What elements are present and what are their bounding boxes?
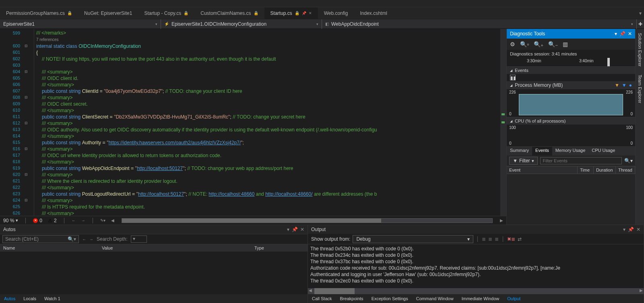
events-section[interactable]: Events [507,67,635,74]
pin-icon[interactable]: 📌 [619,31,625,37]
split-icon[interactable]: ✚ [637,19,644,29]
diagnostic-tools-panel: Diagnostic Tools▾📌✕ ⚙ 🔍▫ 🔍₊ 🔍₋ ▥ Diagnos… [506,29,635,225]
toggle-wrap-icon[interactable]: ⇄ [518,236,522,242]
chevron-down-icon: ▾ [631,22,633,26]
search-icon: 🔍▾ [68,236,76,242]
autos-panel: Autos▾📌✕ Search (Ctrl+E)🔍▾ ← → Search De… [0,225,308,303]
memory-chart[interactable]: 226 226 0 0 [507,89,635,117]
autos-body[interactable] [0,252,308,294]
lock-icon: 🔒 [254,11,258,15]
search-forward-icon[interactable]: → [89,237,93,242]
tab-permissiongroupnames[interactable]: PermissionGroupNames.cs🔒 [0,7,78,19]
horizontal-scrollbar[interactable] [122,218,493,223]
search-icon[interactable]: 🔍▾ [624,158,633,164]
tab-nuget[interactable]: NuGet: EpiserverSite1 [78,7,138,19]
output-source-label: Show output from: [311,236,350,242]
timeline-ruler[interactable]: 3:30min 3:40min [507,58,635,67]
scroll-left-icon[interactable]: ◀ [111,218,114,223]
zoom-out-icon[interactable]: 🔍₋ [548,41,558,47]
private-bytes-icon: ● [629,82,632,88]
tab-exception-settings[interactable]: Exception Settings [367,295,412,302]
bolt-icon: ⚡ [164,22,169,26]
output-title[interactable]: Output▾📌✕ [308,225,644,234]
output-source-select[interactable]: Debug▾ [353,235,473,243]
clear-icon[interactable]: ✖≣ [507,236,515,242]
autos-title[interactable]: Autos▾📌✕ [0,225,308,234]
breadcrumb-member[interactable]: ◧WebAppOidcEndpoint▾ [322,19,637,29]
columns-icon[interactable]: ▥ [563,41,568,47]
scroll-right-icon[interactable]: ▶ [500,218,503,223]
diagnostic-toolbar: ⚙ 🔍▫ 🔍₊ 🔍₋ ▥ [507,39,635,50]
tab-startup-copy[interactable]: Startup - Copy.cs🔒 [138,7,194,19]
window-menu-icon[interactable]: ▾ [623,227,625,232]
tab-locals[interactable]: Locals [19,295,40,302]
pen-icon[interactable]: ✎▾ [100,218,105,223]
nav-back-icon[interactable]: ← [72,218,76,223]
close-icon[interactable]: ✕ [636,227,640,232]
pause-icon: ▮▮ [510,75,516,80]
tab-breakpoints[interactable]: Breakpoints [336,295,367,302]
memory-section[interactable]: Process Memory (MB)▼▼● [507,81,635,89]
filter-events-input[interactable] [540,157,622,164]
snapshot-marker-icon: ▼ [622,82,627,88]
tab-summary[interactable]: Summary [507,147,532,156]
autos-columns: Name Value Type [0,244,308,252]
gear-icon[interactable]: ⚙ [510,41,515,47]
nav-forward-icon[interactable]: → [81,218,85,223]
gc-marker-icon: ▼ [615,82,619,88]
search-back-icon[interactable]: ← [82,237,86,242]
tab-immediate-window[interactable]: Immediate Window [458,295,504,302]
pin-icon[interactable]: 📌 [628,227,634,232]
close-icon[interactable]: ✕ [300,227,304,232]
search-depth-select[interactable]: ▾ [131,235,147,243]
line-numbers: 5996006016026036046056066076086096106116… [0,29,22,216]
window-menu-icon[interactable]: ▾ [615,31,617,37]
tab-webconfig[interactable]: Web.config [318,7,354,19]
tab-indexcshtml[interactable]: Index.cshtml [354,7,393,19]
output-scrollbar[interactable]: ◀▶ [308,288,644,294]
breadcrumb-class[interactable]: ⚡EpiserverSite1.OIDCInMemoryConfiguratio… [161,19,322,29]
fold-gutter[interactable]: ⊟⊟⊟⊟⊟⊟⊟ [22,29,30,216]
warning-count[interactable]: ⚠2 [48,218,57,223]
cpu-section[interactable]: CPU (% of all processors) [507,117,635,125]
tab-autos[interactable]: Autos [0,295,19,302]
filter-button[interactable]: ▼Filter ▾ [509,157,538,165]
tab-watch1[interactable]: Watch 1 [40,295,64,302]
code-minimap[interactable] [500,29,506,216]
search-depth-label: Search Depth: [97,236,128,242]
pin-icon[interactable]: 📌 [302,11,306,15]
zoom-level[interactable]: 90 % ▾ [3,218,18,223]
tab-cpu-usage[interactable]: CPU Usage [588,147,618,156]
toolbar-icon[interactable]: ≣ [488,236,492,242]
tab-command-window[interactable]: Command Window [412,295,458,302]
side-tab-well: Solution Explorer Team Explorer [635,29,644,225]
field-icon: ◧ [325,22,329,26]
toolbar-icon[interactable]: ≣ [495,236,499,242]
breadcrumb-project[interactable]: EpiserverSite1▾ [0,19,161,29]
code-body[interactable]: /// </remarks> 7 references internal sta… [34,29,506,216]
tab-output[interactable]: Output [503,295,524,302]
cpu-chart[interactable]: 100 100 0 0 [507,125,635,147]
toolbar-icon[interactable]: ≣ [482,236,486,242]
pin-icon[interactable]: 📌 [292,227,298,232]
code-editor[interactable]: 5996006016026036046056066076086096106116… [0,29,506,216]
team-explorer-tab[interactable]: Team Explorer [637,71,643,107]
zoom-in-icon[interactable]: 🔍₊ [534,41,543,47]
tab-callstack[interactable]: Call Stack [308,295,336,302]
chevron-down-icon: ▾ [155,22,157,26]
tab-memory-usage[interactable]: Memory Usage [552,147,589,156]
autos-search-input[interactable]: Search (Ctrl+E)🔍▾ [2,235,79,243]
tab-customclaimnames[interactable]: CustomClaimNames.cs🔒 [194,7,264,19]
error-count[interactable]: ✕0 [33,218,42,223]
solution-explorer-tab[interactable]: Solution Explorer [637,29,643,71]
window-menu-icon[interactable]: ▾ [287,227,289,232]
zoom-reset-icon[interactable]: 🔍▫ [520,41,529,47]
diagnostic-title[interactable]: Diagnostic Tools▾📌✕ [507,29,635,39]
tab-events[interactable]: Events [532,147,552,156]
output-body[interactable]: The thread 0x52b0 has exited with code 0… [308,244,644,288]
close-icon[interactable]: ✕ [628,31,632,37]
tab-overflow-icon[interactable]: ▾ [639,10,644,16]
tab-startup[interactable]: Startup.cs🔒📌✕ [264,7,318,19]
warning-icon: ⚠ [48,218,52,223]
close-icon[interactable]: ✕ [309,11,312,15]
